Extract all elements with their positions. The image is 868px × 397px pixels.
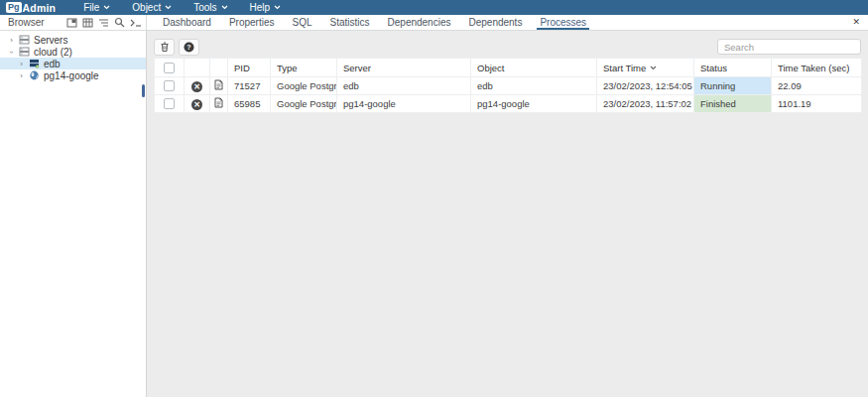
menu-object-label: Object bbox=[132, 2, 161, 13]
cell-pid: 71527 bbox=[228, 77, 271, 95]
server-group-icon bbox=[19, 47, 30, 57]
details-cell bbox=[210, 95, 228, 113]
subheader-row: Browser Dashboard Properties SQL Statist… bbox=[0, 15, 868, 31]
cell-server: edb bbox=[337, 77, 471, 95]
chevron-right-icon[interactable]: › bbox=[8, 36, 15, 45]
tab-properties-label: Properties bbox=[229, 17, 275, 28]
help-icon: ? bbox=[184, 42, 194, 53]
row-checkbox[interactable] bbox=[164, 98, 175, 109]
status-badge: Running bbox=[694, 77, 772, 95]
sidebar-scrollbar-thumb[interactable] bbox=[142, 84, 145, 97]
delete-button[interactable] bbox=[154, 39, 175, 56]
close-icon[interactable]: ✕ bbox=[852, 17, 860, 27]
tab-statistics-label: Statistics bbox=[330, 17, 370, 28]
tab-dependencies[interactable]: Dependencies bbox=[379, 15, 460, 30]
tree-item-label: Servers bbox=[34, 35, 67, 46]
tree-item-servers[interactable]: › Servers bbox=[0, 34, 146, 46]
col-status[interactable]: Status bbox=[694, 59, 772, 77]
tree-item-cloud[interactable]: › cloud (2) bbox=[0, 46, 146, 58]
filter-tree-icon[interactable] bbox=[97, 17, 110, 29]
cell-time-taken: 22.09 bbox=[772, 77, 862, 95]
cell-object: pg14-google bbox=[471, 95, 597, 113]
tree-item-edb[interactable]: › edb bbox=[0, 58, 146, 69]
toolbar-buttons: ? bbox=[154, 39, 199, 56]
cell-start-time: 23/02/2023, 11:57:02 bbox=[597, 95, 694, 113]
row-select-cell bbox=[155, 95, 185, 113]
tab-statistics[interactable]: Statistics bbox=[321, 15, 379, 30]
row-checkbox[interactable] bbox=[164, 80, 175, 91]
menu-bar: File Object Tools Help bbox=[83, 2, 281, 13]
browser-toolbar bbox=[65, 17, 142, 29]
col-time-taken[interactable]: Time Taken (sec) bbox=[772, 59, 862, 77]
processes-toolbar: ? bbox=[147, 31, 868, 58]
chevron-right-icon[interactable]: › bbox=[18, 60, 25, 68]
select-all-cell bbox=[155, 59, 185, 77]
search-input[interactable] bbox=[717, 39, 861, 55]
logo-pg-badge: Pg bbox=[6, 2, 22, 13]
postgres-server-icon bbox=[29, 70, 40, 80]
details-column-header bbox=[210, 59, 228, 77]
tab-dashboard-label: Dashboard bbox=[163, 17, 211, 28]
grid-icon[interactable] bbox=[81, 17, 94, 29]
panels-icon[interactable] bbox=[65, 17, 78, 29]
tab-properties[interactable]: Properties bbox=[220, 15, 284, 30]
app-header: Pg Admin File Object Tools Help bbox=[0, 0, 868, 15]
select-all-checkbox[interactable] bbox=[164, 63, 175, 73]
menu-tools[interactable]: Tools bbox=[193, 2, 227, 13]
cell-pid: 65985 bbox=[228, 95, 271, 113]
chevron-down-icon bbox=[221, 5, 228, 10]
chevron-down-icon bbox=[165, 5, 172, 10]
logo-admin-text: Admin bbox=[23, 2, 57, 14]
cell-type: Google PostgreSQL bbox=[271, 77, 337, 95]
cell-object: edb bbox=[471, 77, 597, 95]
cell-time-taken: 1101.19 bbox=[772, 95, 862, 113]
tree-item-pg14-google[interactable]: › pg14-google bbox=[0, 69, 146, 81]
edb-server-icon bbox=[29, 59, 40, 68]
cell-start-time: 23/02/2023, 12:54:05 bbox=[597, 77, 694, 95]
processes-panel: ? PID Type Server Object bbox=[147, 31, 868, 397]
view-details-icon[interactable] bbox=[214, 79, 223, 90]
status-badge: Finished bbox=[694, 95, 772, 113]
sort-desc-icon bbox=[650, 66, 657, 70]
tab-dependents-label: Dependents bbox=[468, 17, 522, 28]
cancel-process-icon[interactable]: ✕ bbox=[191, 81, 202, 92]
cancel-column-header bbox=[185, 59, 210, 77]
search-icon[interactable] bbox=[113, 17, 126, 29]
col-pid[interactable]: PID bbox=[228, 59, 271, 77]
chevron-down-icon[interactable]: › bbox=[7, 49, 16, 56]
menu-help-label: Help bbox=[250, 2, 271, 13]
col-server[interactable]: Server bbox=[337, 59, 471, 77]
menu-file-label: File bbox=[83, 2, 99, 13]
cell-type: Google PostgreSQL bbox=[271, 95, 337, 113]
details-cell bbox=[210, 77, 228, 95]
cancel-process-icon[interactable]: ✕ bbox=[191, 99, 202, 110]
row-select-cell bbox=[155, 77, 185, 95]
chevron-down-icon bbox=[274, 5, 281, 10]
tree-item-label: pg14-google bbox=[44, 70, 99, 81]
tab-processes[interactable]: Processes bbox=[531, 15, 595, 30]
menu-object[interactable]: Object bbox=[132, 2, 172, 13]
cancel-cell: ✕ bbox=[185, 77, 210, 95]
menu-help[interactable]: Help bbox=[250, 2, 282, 13]
cell-server: pg14-google bbox=[337, 95, 471, 113]
pgadmin-logo: Pg Admin bbox=[6, 2, 56, 14]
col-type[interactable]: Type bbox=[271, 59, 337, 77]
menu-file[interactable]: File bbox=[83, 2, 110, 13]
svg-text:?: ? bbox=[186, 44, 190, 51]
console-icon[interactable] bbox=[129, 17, 142, 29]
chevron-right-icon[interactable]: › bbox=[18, 71, 25, 80]
chevron-down-icon bbox=[103, 5, 110, 10]
help-button[interactable]: ? bbox=[179, 39, 199, 56]
processes-table: PID Type Server Object Start Time Status… bbox=[154, 58, 862, 113]
tab-sql[interactable]: SQL bbox=[284, 15, 321, 30]
tree-item-label: edb bbox=[44, 59, 61, 69]
browser-tree: › Servers › cloud (2) › edb › pg14-g bbox=[0, 31, 147, 397]
cancel-cell: ✕ bbox=[185, 95, 210, 113]
col-start-time[interactable]: Start Time bbox=[597, 59, 694, 77]
tab-dashboard[interactable]: Dashboard bbox=[154, 15, 220, 30]
table-row: ✕ 71527 Google PostgreSQL edb edb 23/02/… bbox=[155, 77, 862, 95]
tab-dependents[interactable]: Dependents bbox=[459, 15, 531, 30]
table-row: ✕ 65985 Google PostgreSQL pg14-google pg… bbox=[155, 95, 862, 113]
col-object[interactable]: Object bbox=[471, 59, 597, 77]
view-details-icon[interactable] bbox=[214, 97, 223, 108]
